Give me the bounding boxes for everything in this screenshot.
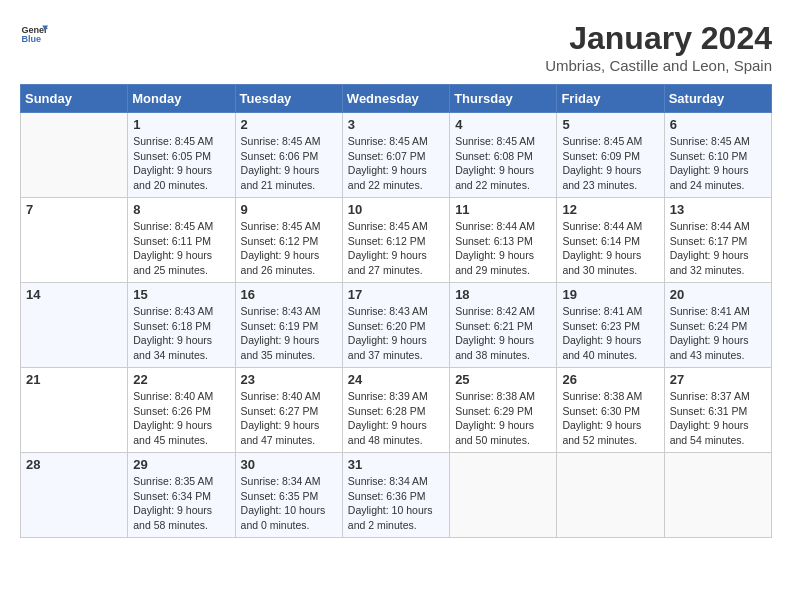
day-number: 16 xyxy=(241,287,337,302)
day-number: 17 xyxy=(348,287,444,302)
cell-content: Sunrise: 8:34 AM Sunset: 6:35 PM Dayligh… xyxy=(241,474,337,533)
cell-sat-week1: 6Sunrise: 8:45 AM Sunset: 6:10 PM Daylig… xyxy=(664,113,771,198)
day-number: 31 xyxy=(348,457,444,472)
cell-thu-week3: 18Sunrise: 8:42 AM Sunset: 6:21 PM Dayli… xyxy=(450,283,557,368)
cell-content: Sunrise: 8:45 AM Sunset: 6:08 PM Dayligh… xyxy=(455,134,551,193)
cell-content: Sunrise: 8:44 AM Sunset: 6:17 PM Dayligh… xyxy=(670,219,766,278)
day-number: 1 xyxy=(133,117,229,132)
day-number: 9 xyxy=(241,202,337,217)
cell-content: Sunrise: 8:44 AM Sunset: 6:14 PM Dayligh… xyxy=(562,219,658,278)
day-number: 24 xyxy=(348,372,444,387)
day-number: 18 xyxy=(455,287,551,302)
cell-content: Sunrise: 8:45 AM Sunset: 6:06 PM Dayligh… xyxy=(241,134,337,193)
cell-thu-week1: 4Sunrise: 8:45 AM Sunset: 6:08 PM Daylig… xyxy=(450,113,557,198)
cell-mon-week1: 1Sunrise: 8:45 AM Sunset: 6:05 PM Daylig… xyxy=(128,113,235,198)
cell-content: Sunrise: 8:45 AM Sunset: 6:09 PM Dayligh… xyxy=(562,134,658,193)
day-number: 13 xyxy=(670,202,766,217)
cell-content: Sunrise: 8:45 AM Sunset: 6:12 PM Dayligh… xyxy=(241,219,337,278)
location-title: Umbrias, Castille and Leon, Spain xyxy=(545,57,772,74)
cell-content: Sunrise: 8:38 AM Sunset: 6:29 PM Dayligh… xyxy=(455,389,551,448)
cell-tue-week2: 9Sunrise: 8:45 AM Sunset: 6:12 PM Daylig… xyxy=(235,198,342,283)
cell-sat-week4: 27Sunrise: 8:37 AM Sunset: 6:31 PM Dayli… xyxy=(664,368,771,453)
day-number: 5 xyxy=(562,117,658,132)
cell-sat-week3: 20Sunrise: 8:41 AM Sunset: 6:24 PM Dayli… xyxy=(664,283,771,368)
cell-content: Sunrise: 8:43 AM Sunset: 6:20 PM Dayligh… xyxy=(348,304,444,363)
cell-content: Sunrise: 8:39 AM Sunset: 6:28 PM Dayligh… xyxy=(348,389,444,448)
cell-content: Sunrise: 8:45 AM Sunset: 6:11 PM Dayligh… xyxy=(133,219,229,278)
calendar-week-3: 1415Sunrise: 8:43 AM Sunset: 6:18 PM Day… xyxy=(21,283,772,368)
title-block: January 2024 Umbrias, Castille and Leon,… xyxy=(545,20,772,74)
cell-thu-week5 xyxy=(450,453,557,538)
cell-content: Sunrise: 8:37 AM Sunset: 6:31 PM Dayligh… xyxy=(670,389,766,448)
cell-sat-week2: 13Sunrise: 8:44 AM Sunset: 6:17 PM Dayli… xyxy=(664,198,771,283)
cell-content: Sunrise: 8:45 AM Sunset: 6:05 PM Dayligh… xyxy=(133,134,229,193)
cell-mon-week5: 29Sunrise: 8:35 AM Sunset: 6:34 PM Dayli… xyxy=(128,453,235,538)
cell-content: Sunrise: 8:45 AM Sunset: 6:12 PM Dayligh… xyxy=(348,219,444,278)
day-number: 19 xyxy=(562,287,658,302)
day-number: 7 xyxy=(26,202,122,217)
page-header: General Blue January 2024 Umbrias, Casti… xyxy=(20,20,772,74)
cell-content: Sunrise: 8:44 AM Sunset: 6:13 PM Dayligh… xyxy=(455,219,551,278)
month-title: January 2024 xyxy=(545,20,772,57)
cell-sun-week3: 14 xyxy=(21,283,128,368)
day-number: 3 xyxy=(348,117,444,132)
cell-wed-week5: 31Sunrise: 8:34 AM Sunset: 6:36 PM Dayli… xyxy=(342,453,449,538)
calendar-week-4: 2122Sunrise: 8:40 AM Sunset: 6:26 PM Day… xyxy=(21,368,772,453)
day-number: 30 xyxy=(241,457,337,472)
cell-content: Sunrise: 8:41 AM Sunset: 6:24 PM Dayligh… xyxy=(670,304,766,363)
cell-content: Sunrise: 8:38 AM Sunset: 6:30 PM Dayligh… xyxy=(562,389,658,448)
cell-tue-week5: 30Sunrise: 8:34 AM Sunset: 6:35 PM Dayli… xyxy=(235,453,342,538)
day-number: 27 xyxy=(670,372,766,387)
cell-content: Sunrise: 8:41 AM Sunset: 6:23 PM Dayligh… xyxy=(562,304,658,363)
day-number: 23 xyxy=(241,372,337,387)
cell-sun-week1 xyxy=(21,113,128,198)
calendar-week-1: 1Sunrise: 8:45 AM Sunset: 6:05 PM Daylig… xyxy=(21,113,772,198)
day-number: 21 xyxy=(26,372,122,387)
cell-content: Sunrise: 8:35 AM Sunset: 6:34 PM Dayligh… xyxy=(133,474,229,533)
cell-content: Sunrise: 8:34 AM Sunset: 6:36 PM Dayligh… xyxy=(348,474,444,533)
day-number: 10 xyxy=(348,202,444,217)
day-number: 11 xyxy=(455,202,551,217)
day-number: 6 xyxy=(670,117,766,132)
day-number: 26 xyxy=(562,372,658,387)
logo: General Blue xyxy=(20,20,48,48)
cell-sun-week2: 7 xyxy=(21,198,128,283)
day-number: 15 xyxy=(133,287,229,302)
col-thursday: Thursday xyxy=(450,85,557,113)
cell-sun-week5: 28 xyxy=(21,453,128,538)
cell-content: Sunrise: 8:45 AM Sunset: 6:07 PM Dayligh… xyxy=(348,134,444,193)
cell-mon-week4: 22Sunrise: 8:40 AM Sunset: 6:26 PM Dayli… xyxy=(128,368,235,453)
cell-sun-week4: 21 xyxy=(21,368,128,453)
col-wednesday: Wednesday xyxy=(342,85,449,113)
day-number: 28 xyxy=(26,457,122,472)
cell-wed-week3: 17Sunrise: 8:43 AM Sunset: 6:20 PM Dayli… xyxy=(342,283,449,368)
cell-content: Sunrise: 8:42 AM Sunset: 6:21 PM Dayligh… xyxy=(455,304,551,363)
calendar-week-5: 2829Sunrise: 8:35 AM Sunset: 6:34 PM Day… xyxy=(21,453,772,538)
calendar-week-2: 78Sunrise: 8:45 AM Sunset: 6:11 PM Dayli… xyxy=(21,198,772,283)
cell-fri-week3: 19Sunrise: 8:41 AM Sunset: 6:23 PM Dayli… xyxy=(557,283,664,368)
col-tuesday: Tuesday xyxy=(235,85,342,113)
cell-wed-week1: 3Sunrise: 8:45 AM Sunset: 6:07 PM Daylig… xyxy=(342,113,449,198)
cell-wed-week2: 10Sunrise: 8:45 AM Sunset: 6:12 PM Dayli… xyxy=(342,198,449,283)
col-monday: Monday xyxy=(128,85,235,113)
col-sunday: Sunday xyxy=(21,85,128,113)
cell-content: Sunrise: 8:40 AM Sunset: 6:27 PM Dayligh… xyxy=(241,389,337,448)
calendar-table: Sunday Monday Tuesday Wednesday Thursday… xyxy=(20,84,772,538)
day-number: 12 xyxy=(562,202,658,217)
day-number: 22 xyxy=(133,372,229,387)
day-number: 2 xyxy=(241,117,337,132)
col-saturday: Saturday xyxy=(664,85,771,113)
col-friday: Friday xyxy=(557,85,664,113)
cell-fri-week4: 26Sunrise: 8:38 AM Sunset: 6:30 PM Dayli… xyxy=(557,368,664,453)
day-number: 29 xyxy=(133,457,229,472)
day-number: 8 xyxy=(133,202,229,217)
cell-fri-week5 xyxy=(557,453,664,538)
day-number: 25 xyxy=(455,372,551,387)
day-number: 14 xyxy=(26,287,122,302)
cell-sat-week5 xyxy=(664,453,771,538)
cell-fri-week2: 12Sunrise: 8:44 AM Sunset: 6:14 PM Dayli… xyxy=(557,198,664,283)
cell-wed-week4: 24Sunrise: 8:39 AM Sunset: 6:28 PM Dayli… xyxy=(342,368,449,453)
header-row: Sunday Monday Tuesday Wednesday Thursday… xyxy=(21,85,772,113)
cell-content: Sunrise: 8:40 AM Sunset: 6:26 PM Dayligh… xyxy=(133,389,229,448)
cell-content: Sunrise: 8:43 AM Sunset: 6:18 PM Dayligh… xyxy=(133,304,229,363)
